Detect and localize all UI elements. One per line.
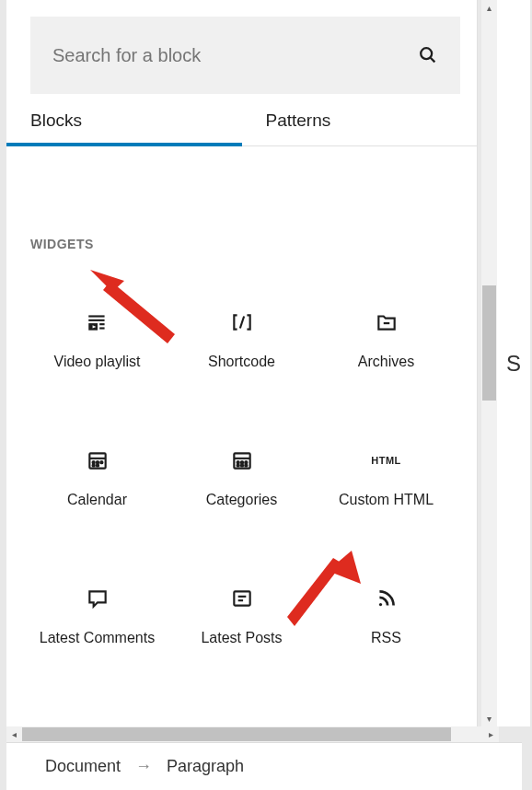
svg-point-12 xyxy=(92,461,94,463)
block-inserter-panel: Blocks Patterns WIDGETS xyxy=(6,0,478,726)
breadcrumb-separator-icon: → xyxy=(135,757,152,776)
scroll-down-arrow-icon[interactable]: ▾ xyxy=(481,711,497,726)
scrollbar-thumb[interactable] xyxy=(482,285,496,401)
svg-line-1 xyxy=(431,58,435,63)
svg-point-19 xyxy=(237,461,238,463)
svg-point-15 xyxy=(92,464,94,466)
block-label: Video playlist xyxy=(54,353,141,372)
svg-point-14 xyxy=(100,461,102,463)
block-shortcode[interactable]: Shortcode xyxy=(169,288,314,426)
block-video-playlist[interactable]: Video playlist xyxy=(25,288,169,426)
svg-point-24 xyxy=(245,464,247,466)
calendar-icon xyxy=(86,448,110,472)
archives-icon xyxy=(375,310,399,334)
block-latest-comments[interactable]: Latest Comments xyxy=(25,564,169,703)
scrollbar-track[interactable] xyxy=(22,726,483,742)
block-label: Calendar xyxy=(67,491,127,510)
rss-icon xyxy=(375,587,399,610)
block-latest-posts[interactable]: Latest Posts xyxy=(169,564,314,703)
page-background-text: S xyxy=(497,0,530,726)
search-box xyxy=(30,17,460,94)
block-label: Shortcode xyxy=(208,353,275,372)
scroll-left-arrow-icon[interactable]: ◂ xyxy=(6,726,22,742)
svg-rect-3 xyxy=(88,319,104,321)
block-list-content: WIDGETS Video playlist xyxy=(6,146,477,726)
block-rss[interactable]: RSS xyxy=(314,564,458,703)
latest-comments-icon xyxy=(86,587,110,610)
custom-html-icon: HTML xyxy=(375,448,399,472)
svg-rect-25 xyxy=(234,591,249,605)
categories-icon xyxy=(230,448,254,472)
video-playlist-icon xyxy=(86,310,110,334)
block-label: Custom HTML xyxy=(339,491,434,510)
block-label: Latest Comments xyxy=(40,629,155,648)
section-title-widgets: WIDGETS xyxy=(6,146,477,251)
scroll-right-arrow-icon[interactable]: ▸ xyxy=(483,726,499,742)
svg-point-16 xyxy=(96,464,98,466)
breadcrumb: Document → Paragraph xyxy=(6,742,522,790)
scrollbar-thumb[interactable] xyxy=(22,727,451,741)
svg-point-20 xyxy=(240,461,242,463)
scroll-up-arrow-icon[interactable]: ▴ xyxy=(481,0,497,16)
breadcrumb-document[interactable]: Document xyxy=(45,757,121,776)
block-categories[interactable]: Categories xyxy=(169,426,314,564)
block-label: Archives xyxy=(358,353,414,372)
svg-point-13 xyxy=(96,461,98,463)
svg-point-0 xyxy=(421,48,432,59)
tab-patterns[interactable]: Patterns xyxy=(242,94,478,145)
svg-line-8 xyxy=(239,317,243,329)
vertical-scrollbar[interactable]: ▴ ▾ xyxy=(481,0,497,726)
search-icon[interactable] xyxy=(418,45,438,65)
shortcode-icon xyxy=(230,310,254,334)
latest-posts-icon xyxy=(230,587,254,610)
block-grid: Video playlist Shortcode xyxy=(6,251,477,703)
block-archives[interactable]: Archives xyxy=(314,288,458,426)
search-input[interactable] xyxy=(52,45,403,66)
block-calendar[interactable]: Calendar xyxy=(25,426,169,564)
svg-rect-2 xyxy=(88,315,104,317)
block-label: Latest Posts xyxy=(201,629,282,648)
horizontal-scrollbar[interactable]: ◂ ▸ xyxy=(6,726,499,742)
tab-blocks[interactable]: Blocks xyxy=(6,94,242,145)
block-custom-html[interactable]: HTML Custom HTML xyxy=(314,426,458,564)
tabs: Blocks Patterns xyxy=(6,94,477,146)
svg-point-22 xyxy=(237,464,238,466)
block-label: Categories xyxy=(206,491,277,510)
block-label: RSS xyxy=(371,629,401,648)
svg-point-21 xyxy=(245,461,247,463)
svg-rect-7 xyxy=(99,327,104,329)
svg-point-23 xyxy=(240,464,242,466)
svg-rect-6 xyxy=(99,323,104,325)
svg-point-28 xyxy=(378,603,381,606)
breadcrumb-paragraph[interactable]: Paragraph xyxy=(167,757,244,776)
html-badge-text: HTML xyxy=(371,455,401,466)
